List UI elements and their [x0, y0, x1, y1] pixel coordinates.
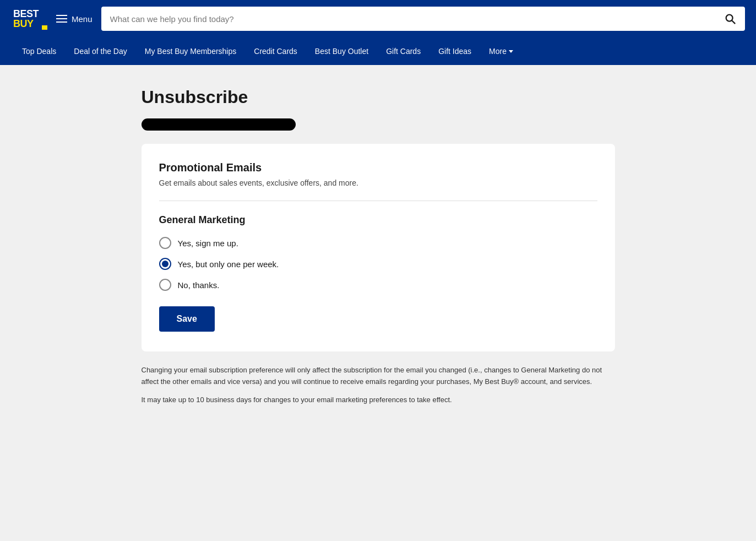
svg-line-1	[732, 20, 735, 24]
nav-label-credit-cards: Credit Cards	[254, 47, 297, 56]
card-title: Promotional Emails	[159, 161, 597, 174]
nav-label-top-deals: Top Deals	[22, 47, 56, 56]
section-title: General Marketing	[159, 214, 597, 226]
promo-card: Promotional Emails Get emails about sale…	[142, 144, 615, 351]
nav-item-top-deals[interactable]: Top Deals	[13, 37, 65, 65]
page-title: Unsubscribe	[142, 87, 615, 107]
hamburger-icon	[56, 15, 67, 23]
chevron-down-icon	[509, 50, 513, 53]
nav-item-memberships[interactable]: My Best Buy Memberships	[136, 37, 246, 65]
nav-label-more: More	[489, 47, 507, 56]
nav-item-more[interactable]: More	[480, 37, 522, 65]
search-button[interactable]	[715, 13, 745, 25]
radio-group: Yes, sign me up. Yes, but only one per w…	[159, 237, 597, 291]
email-redacted	[142, 118, 296, 131]
menu-button[interactable]: Menu	[56, 14, 93, 24]
svg-point-0	[726, 15, 733, 21]
nav-item-deal-of-day[interactable]: Deal of the Day	[65, 37, 136, 65]
radio-inner-yes-weekly	[162, 261, 168, 267]
radio-circle-yes-all	[159, 237, 171, 249]
nav-label-outlet: Best Buy Outlet	[315, 47, 368, 56]
radio-label-no-thanks: No, thanks.	[178, 280, 220, 290]
nav-bar: Top Deals Deal of the Day My Best Buy Me…	[0, 37, 756, 65]
search-input[interactable]	[101, 14, 715, 24]
footer-note-1: Changing your email subscription prefere…	[142, 365, 615, 388]
logo-text-buy: BUY	[13, 19, 39, 29]
nav-item-credit-cards[interactable]: Credit Cards	[245, 37, 306, 65]
logo-tag	[42, 25, 47, 30]
radio-circle-no-thanks	[159, 279, 171, 291]
save-button[interactable]: Save	[159, 306, 215, 332]
radio-option-yes-weekly[interactable]: Yes, but only one per week.	[159, 258, 597, 270]
nav-item-gift-cards[interactable]: Gift Cards	[377, 37, 429, 65]
nav-label-gift-cards: Gift Cards	[386, 47, 421, 56]
radio-label-yes-weekly: Yes, but only one per week.	[178, 259, 279, 269]
radio-option-no-thanks[interactable]: No, thanks.	[159, 279, 597, 291]
footer-notes: Changing your email subscription prefere…	[142, 365, 615, 434]
search-bar	[101, 7, 745, 31]
site-header: BEST BUY Menu	[0, 0, 756, 37]
search-icon	[724, 13, 736, 25]
radio-circle-yes-weekly	[159, 258, 171, 270]
radio-label-yes-all: Yes, sign me up.	[178, 239, 238, 248]
nav-label-memberships: My Best Buy Memberships	[145, 47, 237, 56]
nav-label-gift-ideas: Gift Ideas	[438, 47, 471, 56]
logo-text-best: BEST	[13, 9, 39, 19]
radio-option-yes-all[interactable]: Yes, sign me up.	[159, 237, 597, 249]
nav-label-deal-of-day: Deal of the Day	[74, 47, 127, 56]
menu-label: Menu	[72, 14, 93, 24]
nav-item-outlet[interactable]: Best Buy Outlet	[306, 37, 377, 65]
card-divider	[159, 201, 597, 201]
main-content: Unsubscribe Promotional Emails Get email…	[130, 65, 626, 456]
logo[interactable]: BEST BUY	[11, 7, 47, 31]
card-subtitle: Get emails about sales events, exclusive…	[159, 178, 597, 187]
footer-note-2: It may take up to 10 business days for c…	[142, 394, 615, 406]
nav-item-gift-ideas[interactable]: Gift Ideas	[429, 37, 480, 65]
